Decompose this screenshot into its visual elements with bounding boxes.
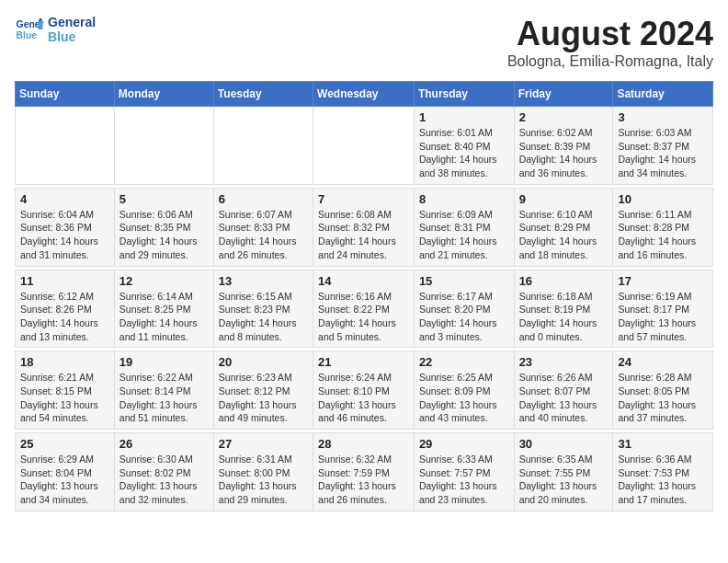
- day-number: 2: [519, 110, 609, 124]
- day-info: Sunrise: 6:10 AMSunset: 8:29 PMDaylight:…: [519, 208, 609, 262]
- calendar-cell: [16, 107, 115, 185]
- calendar-cell: 11Sunrise: 6:12 AMSunset: 8:26 PMDayligh…: [16, 270, 115, 348]
- calendar-cell: 18Sunrise: 6:21 AMSunset: 8:15 PMDayligh…: [16, 351, 115, 430]
- day-info: Sunrise: 6:33 AMSunset: 7:57 PMDaylight:…: [419, 453, 509, 507]
- day-info: Sunrise: 6:32 AMSunset: 7:59 PMDaylight:…: [318, 453, 409, 507]
- day-number: 7: [318, 192, 409, 206]
- day-number: 13: [219, 274, 308, 288]
- calendar-cell: 23Sunrise: 6:26 AMSunset: 8:07 PMDayligh…: [514, 351, 613, 430]
- calendar-cell: 21Sunrise: 6:24 AMSunset: 8:10 PMDayligh…: [313, 351, 415, 430]
- day-info: Sunrise: 6:35 AMSunset: 7:55 PMDaylight:…: [519, 453, 609, 507]
- calendar-cell: [213, 107, 313, 185]
- day-info: Sunrise: 6:17 AMSunset: 8:20 PMDaylight:…: [419, 290, 509, 344]
- calendar-cell: 25Sunrise: 6:29 AMSunset: 8:04 PMDayligh…: [16, 433, 115, 511]
- calendar-week-row: 11Sunrise: 6:12 AMSunset: 8:26 PMDayligh…: [16, 270, 713, 348]
- day-info: Sunrise: 6:08 AMSunset: 8:32 PMDaylight:…: [318, 208, 409, 262]
- day-number: 9: [519, 192, 609, 206]
- calendar-cell: 26Sunrise: 6:30 AMSunset: 8:02 PMDayligh…: [114, 433, 213, 511]
- logo-text-general: General: [48, 15, 96, 29]
- calendar-cell: [313, 107, 415, 185]
- day-number: 6: [219, 192, 308, 206]
- day-info: Sunrise: 6:24 AMSunset: 8:10 PMDaylight:…: [318, 371, 409, 425]
- day-info: Sunrise: 6:07 AMSunset: 8:33 PMDaylight:…: [219, 208, 308, 262]
- calendar-cell: 8Sunrise: 6:09 AMSunset: 8:31 PMDaylight…: [414, 188, 514, 266]
- header-friday: Friday: [514, 82, 613, 107]
- day-info: Sunrise: 6:22 AMSunset: 8:14 PMDaylight:…: [119, 371, 209, 425]
- day-number: 25: [20, 437, 109, 451]
- calendar-cell: 1Sunrise: 6:01 AMSunset: 8:40 PMDaylight…: [414, 107, 514, 185]
- calendar-cell: 20Sunrise: 6:23 AMSunset: 8:12 PMDayligh…: [213, 351, 313, 430]
- day-number: 12: [119, 274, 209, 288]
- header-sunday: Sunday: [16, 82, 115, 107]
- calendar-cell: 29Sunrise: 6:33 AMSunset: 7:57 PMDayligh…: [414, 433, 514, 511]
- calendar-cell: 12Sunrise: 6:14 AMSunset: 8:25 PMDayligh…: [114, 270, 213, 348]
- day-number: 31: [618, 437, 708, 451]
- header-wednesday: Wednesday: [313, 82, 415, 107]
- calendar-cell: 28Sunrise: 6:32 AMSunset: 7:59 PMDayligh…: [313, 433, 415, 511]
- day-info: Sunrise: 6:12 AMSunset: 8:26 PMDaylight:…: [20, 290, 109, 344]
- page-header: General Blue General Blue August 2024 Bo…: [15, 15, 713, 70]
- day-number: 10: [618, 192, 708, 206]
- day-info: Sunrise: 6:36 AMSunset: 7:53 PMDaylight:…: [618, 453, 708, 507]
- day-info: Sunrise: 6:31 AMSunset: 8:00 PMDaylight:…: [219, 453, 308, 507]
- day-number: 22: [419, 355, 509, 369]
- calendar-cell: 15Sunrise: 6:17 AMSunset: 8:20 PMDayligh…: [414, 270, 514, 348]
- day-info: Sunrise: 6:11 AMSunset: 8:28 PMDaylight:…: [618, 208, 708, 262]
- title-area: August 2024 Bologna, Emilia-Romagna, Ita…: [507, 15, 713, 70]
- calendar-cell: 7Sunrise: 6:08 AMSunset: 8:32 PMDaylight…: [313, 188, 415, 266]
- header-tuesday: Tuesday: [213, 82, 313, 107]
- day-number: 29: [419, 437, 509, 451]
- day-number: 5: [119, 192, 209, 206]
- calendar-cell: 5Sunrise: 6:06 AMSunset: 8:35 PMDaylight…: [114, 188, 213, 266]
- logo: General Blue General Blue: [15, 15, 96, 44]
- calendar-header-row: SundayMondayTuesdayWednesdayThursdayFrid…: [16, 82, 713, 107]
- calendar-cell: 27Sunrise: 6:31 AMSunset: 8:00 PMDayligh…: [213, 433, 313, 511]
- day-info: Sunrise: 6:15 AMSunset: 8:23 PMDaylight:…: [219, 290, 308, 344]
- day-info: Sunrise: 6:06 AMSunset: 8:35 PMDaylight:…: [119, 208, 209, 262]
- day-number: 19: [119, 355, 209, 369]
- calendar-week-row: 4Sunrise: 6:04 AMSunset: 8:36 PMDaylight…: [16, 188, 713, 266]
- day-number: 1: [419, 110, 509, 124]
- day-info: Sunrise: 6:19 AMSunset: 8:17 PMDaylight:…: [618, 290, 708, 344]
- day-info: Sunrise: 6:14 AMSunset: 8:25 PMDaylight:…: [119, 290, 209, 344]
- calendar-table: SundayMondayTuesdayWednesdayThursdayFrid…: [15, 81, 713, 511]
- day-number: 17: [618, 274, 708, 288]
- calendar-cell: 9Sunrise: 6:10 AMSunset: 8:29 PMDaylight…: [514, 188, 613, 266]
- day-number: 30: [519, 437, 609, 451]
- logo-text-blue: Blue: [48, 29, 96, 44]
- calendar-cell: 6Sunrise: 6:07 AMSunset: 8:33 PMDaylight…: [213, 188, 313, 266]
- day-number: 23: [519, 355, 609, 369]
- header-thursday: Thursday: [414, 82, 514, 107]
- day-number: 21: [318, 355, 409, 369]
- day-info: Sunrise: 6:18 AMSunset: 8:19 PMDaylight:…: [519, 290, 609, 344]
- day-number: 16: [519, 274, 609, 288]
- day-number: 14: [318, 274, 409, 288]
- calendar-cell: [114, 107, 213, 185]
- day-number: 11: [20, 274, 109, 288]
- day-number: 24: [618, 355, 708, 369]
- header-saturday: Saturday: [613, 82, 713, 107]
- calendar-cell: 10Sunrise: 6:11 AMSunset: 8:28 PMDayligh…: [613, 188, 713, 266]
- day-info: Sunrise: 6:30 AMSunset: 8:02 PMDaylight:…: [119, 453, 209, 507]
- day-number: 26: [119, 437, 209, 451]
- day-info: Sunrise: 6:02 AMSunset: 8:39 PMDaylight:…: [519, 126, 609, 180]
- day-number: 15: [419, 274, 509, 288]
- day-info: Sunrise: 6:09 AMSunset: 8:31 PMDaylight:…: [419, 208, 509, 262]
- day-number: 28: [318, 437, 409, 451]
- calendar-week-row: 25Sunrise: 6:29 AMSunset: 8:04 PMDayligh…: [16, 433, 713, 511]
- calendar-cell: 30Sunrise: 6:35 AMSunset: 7:55 PMDayligh…: [514, 433, 613, 511]
- svg-text:Blue: Blue: [17, 30, 38, 40]
- calendar-cell: 31Sunrise: 6:36 AMSunset: 7:53 PMDayligh…: [613, 433, 713, 511]
- calendar-cell: 16Sunrise: 6:18 AMSunset: 8:19 PMDayligh…: [514, 270, 613, 348]
- calendar-cell: 4Sunrise: 6:04 AMSunset: 8:36 PMDaylight…: [16, 188, 115, 266]
- day-info: Sunrise: 6:23 AMSunset: 8:12 PMDaylight:…: [219, 371, 308, 425]
- svg-marker-2: [39, 20, 43, 29]
- calendar-cell: 24Sunrise: 6:28 AMSunset: 8:05 PMDayligh…: [613, 351, 713, 430]
- header-monday: Monday: [114, 82, 213, 107]
- day-info: Sunrise: 6:21 AMSunset: 8:15 PMDaylight:…: [20, 371, 109, 425]
- calendar-cell: 13Sunrise: 6:15 AMSunset: 8:23 PMDayligh…: [213, 270, 313, 348]
- day-number: 4: [20, 192, 109, 206]
- day-number: 18: [20, 355, 109, 369]
- day-info: Sunrise: 6:01 AMSunset: 8:40 PMDaylight:…: [419, 126, 509, 180]
- logo-icon: General Blue: [15, 15, 44, 44]
